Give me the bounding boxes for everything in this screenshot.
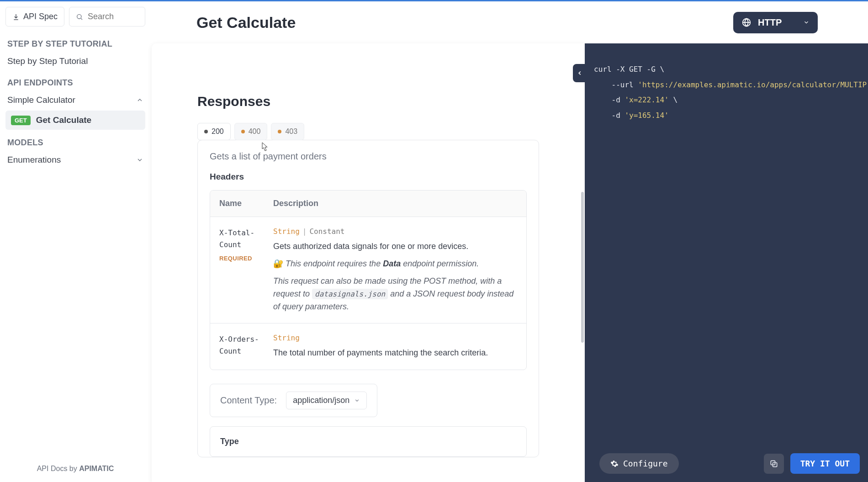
header-name: X-Orders-Count xyxy=(219,334,269,357)
code-seg: \ xyxy=(660,65,665,74)
copy-button[interactable] xyxy=(764,454,784,474)
status-dot-400 xyxy=(241,130,245,133)
tab-403-label: 403 xyxy=(285,127,297,136)
sidebar-item-enumerations[interactable]: Enumerations xyxy=(5,151,145,169)
sidebar-item-simple-calculator[interactable]: Simple Calculator xyxy=(5,91,145,109)
desc3-code: datasignals.json xyxy=(312,289,388,299)
code-seg: --url xyxy=(594,80,638,89)
header: Get Calculate HTTP xyxy=(151,1,868,43)
http-method-badge: GET xyxy=(11,116,31,125)
code-line: curl -X GET -G \ xyxy=(594,62,859,77)
type-line: String xyxy=(273,334,517,342)
table-header: Name Description xyxy=(210,191,526,217)
code-line: -d 'x=222.14' \ xyxy=(594,92,859,108)
search-input[interactable] xyxy=(88,12,138,21)
code-panel: curl -X GET -G \ --url 'https://examples… xyxy=(585,43,868,482)
content-type-row: Content Type: application/json xyxy=(210,384,377,417)
col-name: Name xyxy=(219,199,273,208)
gear-icon xyxy=(610,460,619,468)
type-label: Type xyxy=(220,437,516,446)
code-bottom-buttons: TRY IT OUT xyxy=(722,453,860,474)
code-line: -d 'y=165.14' xyxy=(594,108,859,123)
chevron-down-icon xyxy=(354,397,360,403)
tab-403[interactable]: 403 xyxy=(271,123,304,140)
footer-brand: APIMATIC xyxy=(79,465,114,472)
type-line: String|Constant xyxy=(273,227,517,236)
chevron-down-icon xyxy=(803,19,810,26)
sidebar-item-get-calculate[interactable]: GET Get Calculate xyxy=(5,111,145,130)
search-box[interactable] xyxy=(69,7,145,26)
protocol-select[interactable]: HTTP xyxy=(733,12,818,33)
collapse-code-panel-button[interactable] xyxy=(573,64,587,82)
configure-button[interactable]: Configure xyxy=(599,453,679,474)
response-description: Gets a list of payment orders xyxy=(210,151,527,162)
content-type-select[interactable]: application/json xyxy=(286,392,367,409)
api-spec-button[interactable]: API Spec xyxy=(5,7,64,26)
header-desc-cell: String|Constant Gets authorized data sig… xyxy=(273,227,517,313)
search-icon xyxy=(76,13,83,21)
tab-200[interactable]: 200 xyxy=(197,123,231,140)
headers-table: Name Description X-Total-Count REQUIRED … xyxy=(210,190,527,370)
col-description: Description xyxy=(273,199,517,208)
header-name-cell: X-Orders-Count xyxy=(219,334,273,360)
tab-400-label: 400 xyxy=(249,127,261,136)
protocol-label: HTTP xyxy=(758,17,782,28)
sidebar-section-models: MODELS Enumerations xyxy=(5,138,145,169)
try-label: TRY IT OUT xyxy=(800,459,850,468)
content-type-label: Content Type: xyxy=(220,395,277,406)
code-line: --url 'https://examples.apimatic.io/apps… xyxy=(594,77,859,93)
status-dot-403 xyxy=(278,130,281,133)
sidebar-top: API Spec xyxy=(5,7,145,26)
sidebar: API Spec STEP BY STEP TUTORIAL Step by S… xyxy=(0,1,151,482)
table-row: X-Total-Count REQUIRED String|Constant G… xyxy=(210,217,526,323)
lock-icon: 🔐 xyxy=(273,259,286,268)
tab-400[interactable]: 400 xyxy=(234,123,268,140)
copy-icon xyxy=(769,459,778,468)
footer-prefix: API Docs by xyxy=(37,465,79,472)
tutorial-section-title: STEP BY STEP TUTORIAL xyxy=(5,39,145,49)
endpoint-label: Get Calculate xyxy=(36,115,91,125)
enumerations-label: Enumerations xyxy=(7,155,61,165)
sidebar-item-tutorial[interactable]: Step by Step Tutorial xyxy=(5,53,145,70)
header-desc1: The total number of payments matching th… xyxy=(273,347,517,360)
tab-200-label: 200 xyxy=(212,127,224,136)
header-desc3: This request can also be made using the … xyxy=(273,275,517,313)
scrollbar-thumb[interactable] xyxy=(581,192,584,343)
sidebar-section-endpoints: API ENDPOINTS Simple Calculator GET Get … xyxy=(5,78,145,130)
required-tag: REQUIRED xyxy=(219,255,269,262)
desc2-post: endpoint permission. xyxy=(401,259,479,268)
download-icon xyxy=(12,13,20,21)
header-desc-cell: String The total number of payments matc… xyxy=(273,334,517,360)
chevron-down-icon xyxy=(136,156,143,164)
type-separator: | xyxy=(302,227,307,236)
header-desc2: 🔐 This endpoint requires the Data endpoi… xyxy=(273,258,517,270)
code-block: curl -X GET -G \ --url 'https://examples… xyxy=(594,62,859,123)
type-primary: String xyxy=(273,334,300,342)
models-section-title: MODELS xyxy=(5,138,145,148)
code-seg: 'y=165.14' xyxy=(625,111,668,120)
code-seg: 'https://examples.apimatic.io/apps/calcu… xyxy=(638,80,867,89)
page-title: Get Calculate xyxy=(196,14,296,32)
code-seg: \ xyxy=(669,95,677,104)
status-dot-200 xyxy=(204,130,208,133)
code-seg: -d xyxy=(594,95,625,104)
simple-calculator-label: Simple Calculator xyxy=(7,95,75,105)
type-box: Type xyxy=(210,426,527,457)
header-desc1: Gets authorized data signals for one or … xyxy=(273,240,517,253)
headers-label: Headers xyxy=(210,172,527,182)
header-name-cell: X-Total-Count REQUIRED xyxy=(219,227,273,313)
svg-point-0 xyxy=(77,14,81,18)
chevron-up-icon xyxy=(136,96,143,104)
endpoints-section-title: API ENDPOINTS xyxy=(5,78,145,88)
globe-icon xyxy=(741,17,752,27)
try-it-out-button[interactable]: TRY IT OUT xyxy=(790,453,860,474)
table-row: X-Orders-Count String The total number o… xyxy=(210,323,526,370)
code-seg: -d xyxy=(594,111,625,120)
desc2-pre: This endpoint requires the xyxy=(286,259,383,268)
sidebar-footer: API Docs by APIMATIC xyxy=(5,465,145,477)
header-name: X-Total-Count xyxy=(219,227,269,250)
type-secondary: Constant xyxy=(309,227,344,236)
api-spec-label: API Spec xyxy=(23,12,58,21)
type-primary: String xyxy=(273,227,300,236)
code-seg: 'x=222.14' xyxy=(625,95,668,104)
